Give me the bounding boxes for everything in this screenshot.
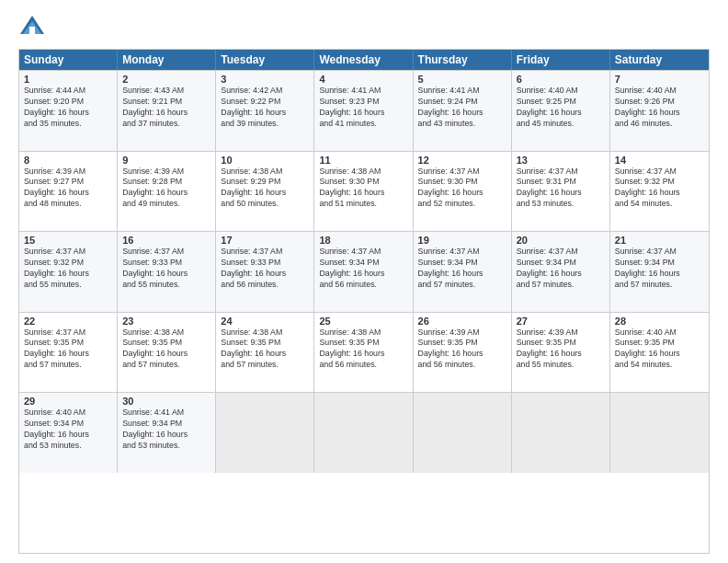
day-number: 4 xyxy=(319,74,407,85)
day-info: Sunrise: 4:41 AM Sunset: 9:24 PM Dayligh… xyxy=(418,86,506,130)
day-cell-26: 26Sunrise: 4:39 AM Sunset: 9:35 PM Dayli… xyxy=(414,313,512,393)
day-number: 10 xyxy=(221,155,309,166)
day-number: 7 xyxy=(615,74,704,85)
header xyxy=(18,14,710,41)
day-info: Sunrise: 4:38 AM Sunset: 9:35 PM Dayligh… xyxy=(221,327,309,372)
day-number: 6 xyxy=(517,74,605,85)
day-number: 20 xyxy=(517,235,605,246)
day-info: Sunrise: 4:37 AM Sunset: 9:31 PM Dayligh… xyxy=(517,167,605,211)
logo xyxy=(18,14,50,41)
day-number: 24 xyxy=(221,316,309,327)
day-number: 1 xyxy=(24,74,112,85)
day-cell-29: 29Sunrise: 4:40 AM Sunset: 9:34 PM Dayli… xyxy=(19,393,118,473)
day-info: Sunrise: 4:37 AM Sunset: 9:32 PM Dayligh… xyxy=(615,167,704,211)
day-cell-22: 22Sunrise: 4:37 AM Sunset: 9:35 PM Dayli… xyxy=(19,313,118,393)
day-info: Sunrise: 4:37 AM Sunset: 9:34 PM Dayligh… xyxy=(319,247,407,291)
day-info: Sunrise: 4:41 AM Sunset: 9:23 PM Dayligh… xyxy=(319,86,407,130)
calendar-row-3: 15Sunrise: 4:37 AM Sunset: 9:32 PM Dayli… xyxy=(19,231,709,312)
calendar-row-5: 29Sunrise: 4:40 AM Sunset: 9:34 PM Dayli… xyxy=(19,392,709,473)
day-header-wednesday: Wednesday xyxy=(314,50,413,70)
day-number: 3 xyxy=(221,74,309,85)
day-info: Sunrise: 4:38 AM Sunset: 9:29 PM Dayligh… xyxy=(221,167,309,211)
day-cell-2: 2Sunrise: 4:43 AM Sunset: 9:21 PM Daylig… xyxy=(118,71,216,151)
day-number: 15 xyxy=(24,235,112,246)
day-number: 21 xyxy=(615,235,704,246)
day-info: Sunrise: 4:38 AM Sunset: 9:35 PM Dayligh… xyxy=(122,327,210,372)
day-header-tuesday: Tuesday xyxy=(216,50,314,70)
day-cell-empty xyxy=(314,393,413,473)
day-number: 23 xyxy=(122,316,210,327)
day-cell-24: 24Sunrise: 4:38 AM Sunset: 9:35 PM Dayli… xyxy=(216,313,314,393)
calendar-row-4: 22Sunrise: 4:37 AM Sunset: 9:35 PM Dayli… xyxy=(19,312,709,393)
day-cell-21: 21Sunrise: 4:37 AM Sunset: 9:34 PM Dayli… xyxy=(610,232,709,312)
day-info: Sunrise: 4:40 AM Sunset: 9:35 PM Dayligh… xyxy=(615,327,704,372)
day-cell-5: 5Sunrise: 4:41 AM Sunset: 9:24 PM Daylig… xyxy=(414,71,512,151)
day-number: 18 xyxy=(319,235,407,246)
day-cell-6: 6Sunrise: 4:40 AM Sunset: 9:25 PM Daylig… xyxy=(512,71,610,151)
day-info: Sunrise: 4:38 AM Sunset: 9:35 PM Dayligh… xyxy=(319,327,407,372)
day-cell-30: 30Sunrise: 4:41 AM Sunset: 9:34 PM Dayli… xyxy=(118,393,216,473)
day-cell-15: 15Sunrise: 4:37 AM Sunset: 9:32 PM Dayli… xyxy=(19,232,118,312)
day-cell-16: 16Sunrise: 4:37 AM Sunset: 9:33 PM Dayli… xyxy=(118,232,216,312)
day-info: Sunrise: 4:43 AM Sunset: 9:21 PM Dayligh… xyxy=(122,86,210,130)
day-cell-empty xyxy=(216,393,314,473)
day-number: 5 xyxy=(418,74,506,85)
calendar-header: SundayMondayTuesdayWednesdayThursdayFrid… xyxy=(19,50,709,70)
day-info: Sunrise: 4:37 AM Sunset: 9:32 PM Dayligh… xyxy=(24,247,112,291)
day-info: Sunrise: 4:39 AM Sunset: 9:28 PM Dayligh… xyxy=(122,167,210,211)
day-info: Sunrise: 4:39 AM Sunset: 9:35 PM Dayligh… xyxy=(418,327,506,372)
day-cell-28: 28Sunrise: 4:40 AM Sunset: 9:35 PM Dayli… xyxy=(610,313,709,393)
day-header-friday: Friday xyxy=(512,50,610,70)
day-cell-18: 18Sunrise: 4:37 AM Sunset: 9:34 PM Dayli… xyxy=(314,232,413,312)
day-cell-27: 27Sunrise: 4:39 AM Sunset: 9:35 PM Dayli… xyxy=(512,313,610,393)
day-info: Sunrise: 4:40 AM Sunset: 9:25 PM Dayligh… xyxy=(517,86,605,130)
day-cell-empty xyxy=(512,393,610,473)
day-info: Sunrise: 4:37 AM Sunset: 9:34 PM Dayligh… xyxy=(615,247,704,291)
day-header-saturday: Saturday xyxy=(610,50,709,70)
day-info: Sunrise: 4:40 AM Sunset: 9:26 PM Dayligh… xyxy=(615,86,704,130)
day-number: 2 xyxy=(122,74,210,85)
day-number: 30 xyxy=(122,396,210,407)
day-cell-20: 20Sunrise: 4:37 AM Sunset: 9:34 PM Dayli… xyxy=(512,232,610,312)
day-cell-7: 7Sunrise: 4:40 AM Sunset: 9:26 PM Daylig… xyxy=(610,71,709,151)
day-cell-14: 14Sunrise: 4:37 AM Sunset: 9:32 PM Dayli… xyxy=(610,152,709,232)
day-info: Sunrise: 4:38 AM Sunset: 9:30 PM Dayligh… xyxy=(319,167,407,211)
day-info: Sunrise: 4:37 AM Sunset: 9:34 PM Dayligh… xyxy=(517,247,605,291)
day-header-thursday: Thursday xyxy=(414,50,512,70)
day-cell-25: 25Sunrise: 4:38 AM Sunset: 9:35 PM Dayli… xyxy=(314,313,413,393)
day-cell-empty xyxy=(414,393,512,473)
svg-rect-2 xyxy=(29,27,35,34)
day-cell-4: 4Sunrise: 4:41 AM Sunset: 9:23 PM Daylig… xyxy=(314,71,413,151)
calendar-body: 1Sunrise: 4:44 AM Sunset: 9:20 PM Daylig… xyxy=(19,70,709,553)
day-number: 14 xyxy=(615,155,704,166)
day-info: Sunrise: 4:37 AM Sunset: 9:34 PM Dayligh… xyxy=(418,247,506,291)
day-number: 22 xyxy=(24,316,112,327)
day-cell-23: 23Sunrise: 4:38 AM Sunset: 9:35 PM Dayli… xyxy=(118,313,216,393)
day-info: Sunrise: 4:37 AM Sunset: 9:33 PM Dayligh… xyxy=(221,247,309,291)
day-info: Sunrise: 4:40 AM Sunset: 9:34 PM Dayligh… xyxy=(24,408,112,452)
day-cell-1: 1Sunrise: 4:44 AM Sunset: 9:20 PM Daylig… xyxy=(19,71,118,151)
calendar-row-2: 8Sunrise: 4:39 AM Sunset: 9:27 PM Daylig… xyxy=(19,151,709,232)
day-info: Sunrise: 4:42 AM Sunset: 9:22 PM Dayligh… xyxy=(221,86,309,130)
day-cell-9: 9Sunrise: 4:39 AM Sunset: 9:28 PM Daylig… xyxy=(118,152,216,232)
day-number: 11 xyxy=(319,155,407,166)
day-cell-19: 19Sunrise: 4:37 AM Sunset: 9:34 PM Dayli… xyxy=(414,232,512,312)
day-info: Sunrise: 4:44 AM Sunset: 9:20 PM Dayligh… xyxy=(24,86,112,130)
day-number: 16 xyxy=(122,235,210,246)
day-cell-17: 17Sunrise: 4:37 AM Sunset: 9:33 PM Dayli… xyxy=(216,232,314,312)
day-number: 26 xyxy=(418,316,506,327)
day-info: Sunrise: 4:37 AM Sunset: 9:35 PM Dayligh… xyxy=(24,327,112,372)
day-number: 17 xyxy=(221,235,309,246)
day-info: Sunrise: 4:39 AM Sunset: 9:35 PM Dayligh… xyxy=(517,327,605,372)
day-number: 25 xyxy=(319,316,407,327)
calendar: SundayMondayTuesdayWednesdayThursdayFrid… xyxy=(18,49,710,554)
day-cell-13: 13Sunrise: 4:37 AM Sunset: 9:31 PM Dayli… xyxy=(512,152,610,232)
day-cell-empty xyxy=(610,393,709,473)
day-info: Sunrise: 4:41 AM Sunset: 9:34 PM Dayligh… xyxy=(122,408,210,452)
day-info: Sunrise: 4:39 AM Sunset: 9:27 PM Dayligh… xyxy=(24,167,112,211)
day-number: 29 xyxy=(24,396,112,407)
day-number: 12 xyxy=(418,155,506,166)
day-number: 27 xyxy=(517,316,605,327)
day-cell-8: 8Sunrise: 4:39 AM Sunset: 9:27 PM Daylig… xyxy=(19,152,118,232)
logo-icon xyxy=(18,14,46,41)
